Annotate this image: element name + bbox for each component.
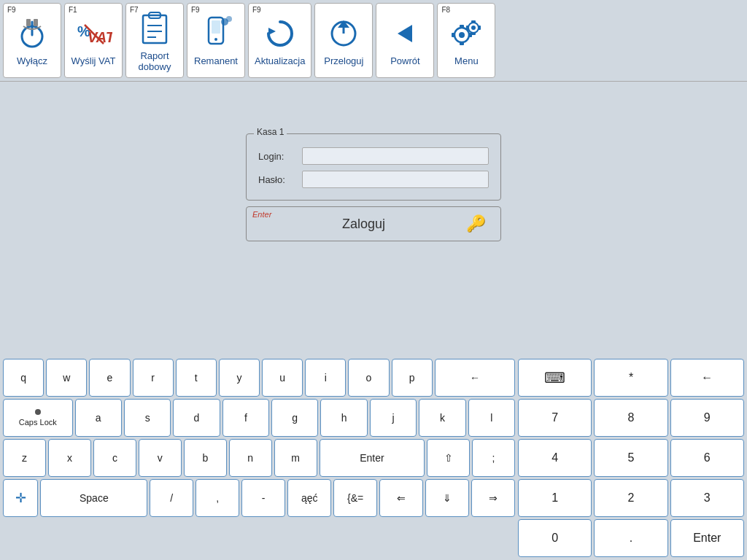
numpad-keyboard-icon[interactable]: ⌨	[518, 359, 592, 397]
numpad-backspace[interactable]: ←	[670, 359, 744, 397]
password-row: Hasło:	[258, 171, 489, 188]
svg-point-14	[214, 38, 217, 41]
login-label: Login:	[258, 151, 302, 162]
toolbar: F9 Wyłącz F1 % VAT Wyślij VAT F7	[0, 0, 747, 82]
numpad-4[interactable]: 4	[518, 439, 592, 477]
aktualizacja-button[interactable]: F9 Aktualizacja	[248, 3, 311, 78]
key-h[interactable]: h	[320, 399, 367, 437]
numpad-9[interactable]: 9	[670, 399, 744, 437]
key-move[interactable]: ✛	[3, 479, 38, 517]
key-e[interactable]: e	[89, 359, 130, 397]
numpad-enter[interactable]: Enter	[670, 519, 744, 557]
vat-icon: % VAT	[74, 15, 112, 52]
wylacz-button[interactable]: F9 Wyłącz	[3, 3, 61, 78]
key-backspace[interactable]: ←	[435, 359, 515, 397]
key-capslock[interactable]: Caps Lock	[3, 399, 73, 437]
key-space[interactable]: Space	[40, 479, 147, 517]
key-f[interactable]: f	[222, 399, 269, 437]
numpad-6[interactable]: 6	[670, 439, 744, 477]
enter-hint: Enter	[252, 210, 271, 219]
svg-rect-2	[26, 19, 31, 26]
numpad-3[interactable]: 3	[670, 479, 744, 517]
key-left-arrow[interactable]: ⇐	[379, 479, 423, 517]
aktualizacja-label: Aktualizacja	[255, 55, 305, 66]
key-down-arrow[interactable]: ⇓	[425, 479, 469, 517]
key-comma[interactable]: ,	[196, 479, 239, 517]
powrot-button[interactable]: Powrót	[376, 3, 434, 78]
numpad-dot[interactable]: .	[594, 519, 667, 557]
powrot-label: Powrót	[390, 55, 419, 66]
key-c[interactable]: c	[93, 439, 136, 477]
fkey-f8: F8	[441, 6, 450, 14]
numpad-0[interactable]: 0	[518, 519, 592, 557]
key-p[interactable]: p	[392, 359, 433, 397]
key-t[interactable]: t	[176, 359, 217, 397]
key-i[interactable]: i	[305, 359, 346, 397]
key-j[interactable]: j	[370, 399, 417, 437]
svg-marker-17	[268, 28, 276, 35]
key-k[interactable]: k	[419, 399, 465, 437]
svg-point-29	[471, 26, 476, 30]
numpad-row-4: 1 2 3	[518, 479, 744, 517]
report-icon	[136, 9, 174, 47]
key-z[interactable]: z	[3, 439, 46, 477]
svg-rect-26	[452, 33, 455, 37]
zaloguj-button[interactable]: Enter Zaloguj 🔑	[246, 206, 501, 241]
numpad-7[interactable]: 7	[518, 399, 592, 437]
key-g[interactable]: g	[271, 399, 318, 437]
numpad-1[interactable]: 1	[518, 479, 592, 517]
numpad-row-3: 4 5 6	[518, 439, 744, 477]
wylacz-label: Wyłącz	[17, 55, 47, 66]
key-u[interactable]: u	[262, 359, 303, 397]
numpad-multiply[interactable]: *	[594, 359, 667, 397]
key-shift[interactable]: ⇧	[427, 439, 470, 477]
key-r[interactable]: r	[133, 359, 174, 397]
key-b[interactable]: b	[184, 439, 227, 477]
key-enter[interactable]: Enter	[320, 439, 425, 477]
key-q[interactable]: q	[3, 359, 44, 397]
key-n[interactable]: n	[229, 439, 272, 477]
svg-point-23	[459, 32, 465, 38]
numpad-row-2: 7 8 9	[518, 399, 744, 437]
key-v[interactable]: v	[139, 439, 182, 477]
remanent-button[interactable]: F9 Remanent	[187, 3, 245, 78]
key-x[interactable]: x	[48, 439, 91, 477]
remanent-label: Remanent	[194, 55, 238, 66]
key-y[interactable]: y	[219, 359, 260, 397]
key-l[interactable]: l	[468, 399, 515, 437]
key-slash[interactable]: /	[150, 479, 193, 517]
svg-point-16	[226, 16, 232, 22]
password-input[interactable]	[302, 171, 489, 188]
numpad-8[interactable]: 8	[594, 399, 667, 437]
raport-dobowy-label: Raportdobowy	[139, 50, 171, 72]
raport-dobowy-button[interactable]: F7 Raportdobowy	[125, 3, 184, 78]
key-row-2: Caps Lock a s d f g h j k l	[3, 399, 515, 437]
key-m[interactable]: m	[274, 439, 317, 477]
keyboard-left: q w e r t y u i o p ← Caps Lock a s d f …	[3, 359, 515, 557]
key-o[interactable]: o	[348, 359, 389, 397]
przeloguj-label: Przeloguj	[324, 55, 363, 66]
wyslij-vat-button[interactable]: F1 % VAT Wyślij VAT	[64, 3, 123, 78]
back-icon	[386, 15, 424, 52]
numpad-2[interactable]: 2	[594, 479, 667, 517]
key-right-arrow[interactable]: ⇒	[471, 479, 515, 517]
key-special-chars[interactable]: {&=	[333, 479, 377, 517]
key-s[interactable]: s	[124, 399, 171, 437]
menu-button[interactable]: F8 Menu	[437, 3, 495, 78]
key-a[interactable]: a	[75, 399, 122, 437]
numpad-5[interactable]: 5	[594, 439, 667, 477]
key-special-pl[interactable]: ąęć	[287, 479, 331, 517]
numpad-row-5: 0 . Enter	[518, 519, 744, 557]
key-w[interactable]: w	[46, 359, 87, 397]
przeloguj-button[interactable]: Przeloguj	[314, 3, 373, 78]
login-input[interactable]	[302, 147, 489, 165]
capslock-label: Caps Lock	[19, 418, 57, 427]
fkey-f9: F9	[7, 6, 16, 14]
key-semicolon[interactable]: ;	[472, 439, 515, 477]
relogin-icon	[325, 15, 363, 52]
fkey-f7: F7	[130, 6, 139, 14]
power-icon	[13, 15, 51, 52]
key-minus[interactable]: -	[241, 479, 285, 517]
key-d[interactable]: d	[173, 399, 220, 437]
numpad-row-1: ⌨ * ←	[518, 359, 744, 397]
